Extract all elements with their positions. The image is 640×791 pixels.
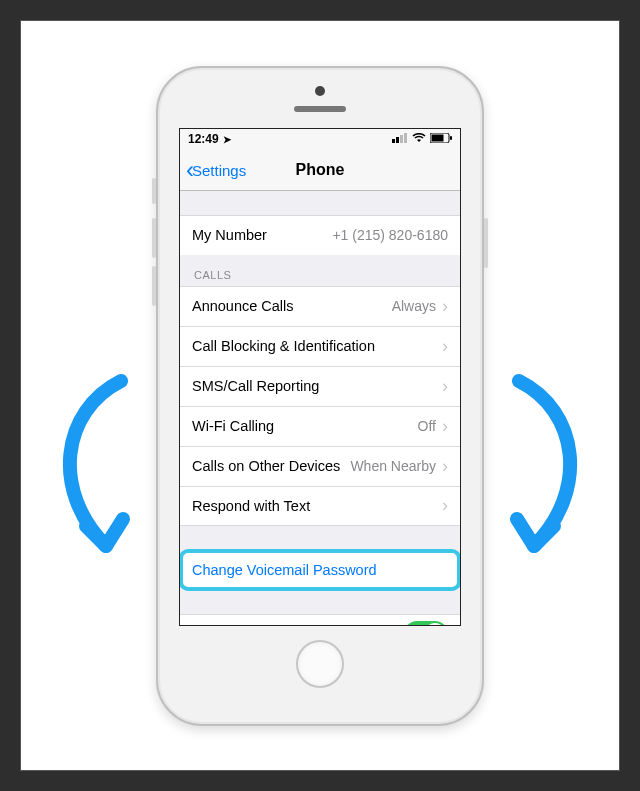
row-label: SMS/Call Reporting — [192, 378, 319, 394]
nav-title: Phone — [296, 161, 345, 179]
row-value: Off — [418, 418, 442, 434]
dial-assist-toggle[interactable] — [404, 621, 448, 625]
status-bar: 12:49 ➤ — [180, 129, 460, 151]
row-dial-assist[interactable]: Dial Assist — [180, 614, 460, 625]
battery-icon — [430, 132, 452, 146]
nav-bar: ‹ Settings Phone — [180, 151, 460, 191]
my-number-label: My Number — [192, 227, 267, 243]
svg-rect-0 — [392, 139, 395, 143]
screen: 12:49 ➤ ‹ — [179, 128, 461, 626]
calls-header: CALLS — [180, 255, 460, 286]
image-frame: 12:49 ➤ ‹ — [20, 20, 620, 771]
annotation-arrow-left — [51, 371, 161, 571]
phone-device: 12:49 ➤ ‹ — [156, 66, 484, 726]
row-label: Calls on Other Devices — [192, 458, 340, 474]
svg-rect-5 — [432, 135, 444, 142]
chevron-right-icon: › — [442, 296, 448, 317]
row-respond-text[interactable]: Respond with Text › — [180, 486, 460, 526]
my-number-value: +1 (215) 820-6180 — [332, 227, 448, 243]
row-my-number[interactable]: My Number +1 (215) 820-6180 — [180, 215, 460, 255]
home-button[interactable] — [296, 640, 344, 688]
power-button — [484, 218, 488, 268]
back-button[interactable]: ‹ Settings — [186, 158, 246, 182]
row-label: Announce Calls — [192, 298, 294, 314]
svg-rect-1 — [396, 137, 399, 143]
status-right — [392, 132, 452, 146]
row-call-blocking[interactable]: Call Blocking & Identification › — [180, 326, 460, 366]
row-sms-reporting[interactable]: SMS/Call Reporting › — [180, 366, 460, 406]
row-announce-calls[interactable]: Announce Calls Always › — [180, 286, 460, 326]
row-label: Call Blocking & Identification — [192, 338, 375, 354]
row-value: When Nearby — [350, 458, 442, 474]
chevron-right-icon: › — [442, 495, 448, 516]
svg-rect-2 — [400, 135, 403, 143]
signal-icon — [392, 132, 408, 146]
row-other-devices[interactable]: Calls on Other Devices When Nearby › — [180, 446, 460, 486]
back-label: Settings — [192, 162, 246, 179]
annotation-arrow-right — [479, 371, 589, 571]
chevron-right-icon: › — [442, 336, 448, 357]
settings-list[interactable]: My Number +1 (215) 820-6180 CALLS Announ… — [180, 191, 460, 625]
toggle-knob — [424, 623, 446, 625]
svg-rect-3 — [404, 133, 407, 143]
wifi-icon — [412, 132, 426, 146]
row-label: Respond with Text — [192, 498, 310, 514]
row-value: Always — [392, 298, 442, 314]
volume-up-button — [152, 218, 156, 258]
status-time: 12:49 — [188, 132, 219, 146]
chevron-right-icon: › — [442, 376, 448, 397]
front-camera — [315, 86, 325, 96]
chevron-right-icon: › — [442, 416, 448, 437]
row-change-voicemail-password[interactable]: Change Voicemail Password — [180, 550, 460, 590]
row-label: Change Voicemail Password — [192, 562, 377, 578]
svg-rect-6 — [450, 136, 452, 140]
speaker-grille — [294, 106, 346, 112]
chevron-right-icon: › — [442, 456, 448, 477]
row-wifi-calling[interactable]: Wi-Fi Calling Off › — [180, 406, 460, 446]
silent-switch — [152, 178, 156, 204]
row-label: Wi-Fi Calling — [192, 418, 274, 434]
location-icon: ➤ — [223, 134, 231, 145]
volume-down-button — [152, 266, 156, 306]
